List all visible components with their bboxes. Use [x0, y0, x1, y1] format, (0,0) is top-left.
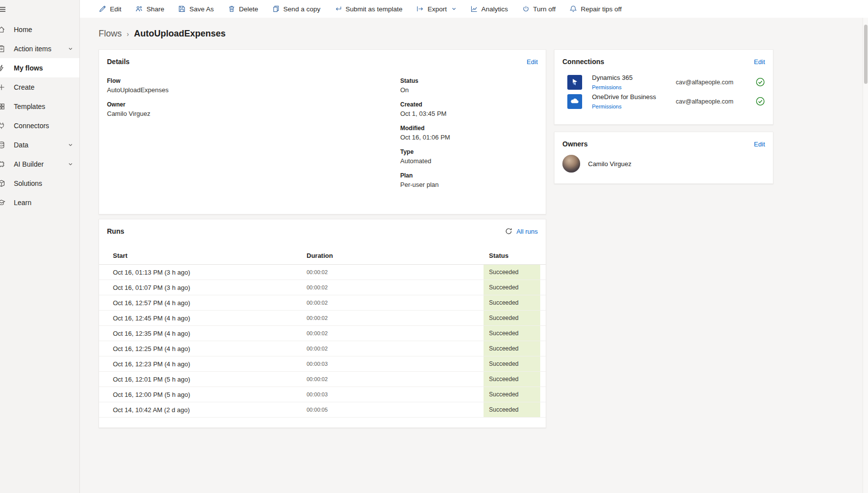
breadcrumb-flows-link[interactable]: Flows	[99, 29, 122, 39]
repair-tips-button[interactable]: Repair tips off	[569, 5, 622, 13]
sidebar-item-data[interactable]: Data	[0, 135, 79, 154]
run-row[interactable]: Oct 16, 12:35 PM (4 h ago) 00:00:02 Succ…	[99, 326, 546, 341]
bell-icon	[569, 5, 577, 13]
sidebar: Home Action items My flows Create Templa…	[0, 0, 80, 493]
hamburger-menu-icon[interactable]	[0, 4, 8, 14]
save-as-button[interactable]: Save As	[178, 5, 214, 13]
vertical-scrollbar[interactable]	[863, 18, 868, 493]
run-duration: 00:00:02	[307, 269, 484, 275]
sidebar-item-learn[interactable]: Learn	[0, 193, 79, 212]
turn-off-button[interactable]: Turn off	[522, 5, 556, 13]
status-value: On	[400, 86, 450, 94]
run-start: Oct 16, 12:23 PM (4 h ago)	[113, 360, 307, 368]
connection-row-dynamics365[interactable]: Dynamics 365 Permissions cav@alfapeople.…	[555, 72, 773, 92]
run-row[interactable]: Oct 16, 12:00 PM (5 h ago) 00:00:03 Succ…	[99, 387, 546, 402]
sidebar-item-home[interactable]: Home	[0, 20, 79, 39]
field-owner: Owner Camilo Virguez	[107, 101, 169, 117]
connection-ok-icon	[756, 97, 765, 106]
details-title: Details	[107, 58, 130, 66]
run-row[interactable]: Oct 16, 12:25 PM (4 h ago) 00:00:02 Succ…	[99, 341, 546, 356]
type-label: Type	[400, 148, 450, 155]
run-start: Oct 16, 12:57 PM (4 h ago)	[113, 299, 307, 307]
connection-permissions-link[interactable]: Permissions	[592, 84, 622, 90]
connection-row-onedrive[interactable]: OneDrive for Business Permissions cav@al…	[555, 92, 773, 111]
sidebar-item-connectors[interactable]: Connectors	[0, 116, 79, 135]
connection-account: cav@alfapeople.com	[676, 79, 756, 86]
run-status-badge: Succeeded	[484, 311, 540, 325]
run-row[interactable]: Oct 16, 12:01 PM (5 h ago) 00:00:02 Succ…	[99, 372, 546, 387]
column-header-start: Start	[113, 252, 307, 259]
run-row[interactable]: Oct 16, 12:23 PM (4 h ago) 00:00:03 Succ…	[99, 356, 546, 372]
run-status-badge: Succeeded	[484, 326, 540, 341]
connection-permissions-link[interactable]: Permissions	[592, 104, 622, 109]
runs-card: Runs All runs Start Duration Status Oct …	[99, 219, 546, 428]
run-row[interactable]: Oct 16, 12:57 PM (4 h ago) 00:00:02 Succ…	[99, 295, 546, 311]
flow-label: Flow	[107, 77, 169, 84]
connection-ok-icon	[756, 77, 765, 87]
chevron-down-icon	[451, 6, 456, 11]
details-card: Details Edit Flow AutoUploadExpenses Own…	[99, 49, 546, 214]
sidebar-item-my-flows[interactable]: My flows	[0, 58, 79, 77]
analytics-button[interactable]: Analytics	[470, 5, 508, 13]
details-edit-link[interactable]: Edit	[527, 58, 538, 66]
run-row[interactable]: Oct 16, 01:07 PM (3 h ago) 00:00:02 Succ…	[99, 280, 546, 295]
submit-template-button[interactable]: Submit as template	[334, 5, 403, 13]
delete-button[interactable]: Delete	[228, 5, 258, 13]
sidebar-item-label: My flows	[14, 64, 43, 72]
chevron-down-icon	[68, 46, 73, 52]
runs-title: Runs	[107, 227, 124, 235]
run-duration: 00:00:02	[307, 346, 484, 352]
edit-button[interactable]: Edit	[99, 5, 121, 13]
plan-label: Plan	[400, 172, 450, 179]
connections-edit-link[interactable]: Edit	[754, 58, 765, 66]
owners-card: Owners Edit Camilo Virguez	[554, 132, 773, 184]
connection-account: cav@alfapeople.com	[676, 98, 756, 105]
sidebar-item-solutions[interactable]: Solutions	[0, 174, 79, 193]
edit-label: Edit	[110, 5, 121, 13]
return-arrow-icon	[334, 5, 342, 13]
owners-title: Owners	[562, 140, 588, 148]
solutions-box-icon	[0, 179, 5, 187]
avatar	[562, 155, 580, 173]
connection-name: OneDrive for Business	[592, 93, 656, 101]
clipboard-icon	[0, 45, 5, 53]
send-copy-button[interactable]: Send a copy	[272, 5, 320, 13]
sidebar-item-label: Create	[14, 83, 35, 91]
owner-row: Camilo Virguez	[555, 148, 773, 173]
export-button[interactable]: Export	[416, 5, 456, 13]
owners-edit-link[interactable]: Edit	[754, 141, 765, 148]
run-start: Oct 16, 12:00 PM (5 h ago)	[113, 391, 307, 398]
refresh-icon[interactable]	[505, 227, 513, 235]
run-start: Oct 16, 12:01 PM (5 h ago)	[113, 376, 307, 383]
sidebar-item-templates[interactable]: Templates	[0, 97, 79, 116]
plus-icon	[0, 83, 5, 91]
run-duration: 00:00:02	[307, 376, 484, 382]
sidebar-item-ai-builder[interactable]: AI Builder	[0, 154, 79, 174]
ai-chip-icon	[0, 160, 5, 168]
templates-grid-icon	[0, 103, 5, 110]
sidebar-item-create[interactable]: Create	[0, 77, 79, 97]
run-duration: 00:00:02	[307, 300, 484, 306]
all-runs-link[interactable]: All runs	[517, 228, 538, 235]
export-label: Export	[427, 5, 447, 13]
created-value: Oct 1, 03:45 PM	[400, 110, 450, 117]
sidebar-item-label: Action items	[14, 45, 51, 53]
field-type: Type Automated	[400, 148, 450, 165]
run-row[interactable]: Oct 16, 12:45 PM (4 h ago) 00:00:02 Succ…	[99, 311, 546, 326]
database-icon	[0, 141, 5, 149]
sidebar-item-label: Templates	[14, 103, 45, 110]
flow-value: AutoUploadExpenses	[107, 86, 169, 94]
scrollbar-thumb[interactable]	[864, 25, 868, 84]
command-bar: Edit Share Save As Delete Send a copy Su…	[80, 0, 868, 18]
export-icon	[416, 5, 424, 13]
owner-value: Camilo Virguez	[107, 110, 169, 117]
run-start: Oct 16, 01:07 PM (3 h ago)	[113, 284, 307, 291]
run-start: Oct 16, 12:45 PM (4 h ago)	[113, 315, 307, 322]
share-button[interactable]: Share	[135, 5, 164, 13]
sidebar-item-action-items[interactable]: Action items	[0, 39, 79, 58]
run-row[interactable]: Oct 16, 01:13 PM (3 h ago) 00:00:02 Succ…	[99, 265, 546, 280]
page-title: AutoUploadExpenses	[134, 29, 226, 39]
sidebar-item-label: Solutions	[14, 179, 42, 187]
run-row[interactable]: Oct 14, 10:42 AM (2 d ago) 00:00:05 Succ…	[99, 402, 546, 418]
chevron-down-icon	[68, 161, 73, 167]
